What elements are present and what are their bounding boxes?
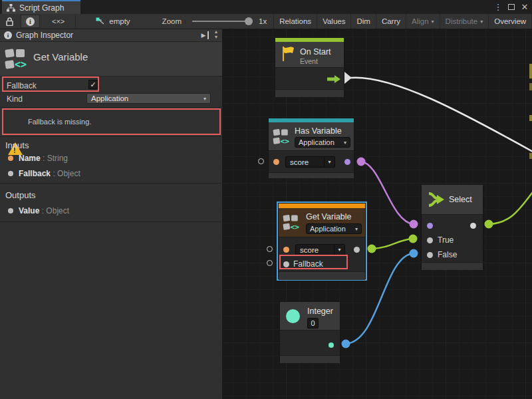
distribute-button[interactable]: Distribute▾ [440,14,489,29]
wires-layer [223,29,532,399]
graph-icon [7,4,15,12]
wire-dot [410,249,418,258]
kind-dropdown[interactable]: Application▾ [295,137,350,148]
node-footer [279,271,365,280]
info-icon: i [4,31,12,39]
carry-button[interactable]: Carry [376,14,406,29]
close-button[interactable]: ✕ [519,0,531,14]
spinner-arrows[interactable]: ▲▼ [211,29,221,40]
node-title: Integer [307,307,333,316]
fallback-label: Fallback [7,81,37,90]
unit-title: Get Variable [33,51,88,63]
flag-icon [281,46,296,62]
string-port-dot [8,156,13,161]
toolbar: i <×> empty Zoom 1x Relations Values Dim… [0,14,532,29]
node-subtitle: Event [300,57,318,65]
offscreen-node-sliver [529,83,532,90]
kind-label: Kind [7,94,23,104]
graph-inspector-panel: i Graph Inspector ▶ ▲▼ <> Get Variable F… [0,29,223,399]
relations-button[interactable]: Relations [274,14,317,29]
value-output-port[interactable] [354,247,360,253]
zoom-slider[interactable] [187,14,255,29]
unit-info-block: <> Get Variable [0,42,222,76]
wire-dot [342,340,350,348]
node-body: True False [422,214,483,262]
fallback-input-port[interactable] [283,261,289,267]
chevron-down-icon: ▾ [344,140,346,146]
overview-button[interactable]: Overview [489,14,532,29]
kind-dropdown[interactable]: Application ▾ [86,93,211,104]
lock-icon [6,17,13,26]
dock-icon[interactable]: ▶ [200,31,209,39]
object-port-dot [8,208,13,213]
object-port-dot [8,171,13,176]
flow-output-port[interactable] [327,75,340,83]
node-body [280,330,340,355]
outputs-header: Outputs [5,190,36,200]
node-select[interactable]: Select True False [421,184,483,269]
bool-output-port[interactable] [344,159,350,165]
node-header: <> Get Variable Application▾ [279,208,365,237]
window-menu-button[interactable]: ⋮ [492,0,504,14]
values-button[interactable]: Values [317,14,351,29]
graph-canvas[interactable]: On Start Event <> Has Var [223,29,532,399]
variable-name-dropdown[interactable]: score ▾ [295,244,345,255]
orange-color-strip [279,203,365,208]
wire-purple[interactable] [361,162,414,224]
name-input-port[interactable] [283,247,289,253]
input-row-name: Name : String [8,154,68,163]
integer-output-port[interactable] [329,342,334,348]
zoom-label: Zoom [137,14,187,29]
dim-button[interactable]: Dim [351,14,376,29]
node-title: Select [449,195,472,204]
tab-script-graph[interactable]: Script Graph [2,0,80,14]
tab-title: Script Graph [19,3,64,13]
node-title: Get Variable [306,212,352,221]
node-get-variable[interactable]: <> Get Variable Application▾ score ▾ Fal… [278,203,366,279]
wire-dot [410,220,418,229]
offscreen-node-sliver [529,64,532,78]
node-has-variable[interactable]: <> Has Variable Application▾ score ▾ [268,118,354,178]
kind-dropdown[interactable]: Application▾ [306,223,362,234]
true-input-port[interactable] [427,237,433,243]
maximize-icon [508,4,515,10]
unconnected-port-indicator[interactable] [267,246,273,252]
node-header: <> Has Variable Application▾ [269,122,354,150]
variable-icon: <> [283,214,301,231]
code-icon: <×> [52,17,65,25]
inspector-toggle-button[interactable]: i [21,15,40,28]
variable-icon: <> [273,128,291,146]
lock-button[interactable] [0,14,19,29]
wire-green-true[interactable] [372,239,413,249]
warning-text: Fallback is missing. [28,118,91,126]
maximize-button[interactable] [505,0,517,14]
node-integer[interactable]: Integer 0 [279,301,340,362]
zoom-slider-track[interactable] [192,21,249,22]
fallback-checkbox[interactable]: ✓ [88,80,98,89]
wire-green-output[interactable] [489,192,532,224]
false-port-label: False [438,250,457,259]
name-input-port[interactable] [273,159,279,165]
node-title: Has Variable [295,126,342,136]
variable-icon: <> [5,48,28,70]
inspector-title: Graph Inspector [16,31,73,40]
input-row-fallback: Fallback : Object [8,169,80,178]
unconnected-port-indicator[interactable] [267,260,273,266]
condition-input-port[interactable] [427,223,433,229]
code-view-button[interactable]: <×> [41,14,76,29]
breadcrumb[interactable]: empty [76,14,136,29]
selection-output-port[interactable] [470,223,476,229]
wire-white[interactable] [350,78,532,152]
zoom-slider-handle[interactable] [245,17,253,25]
unconnected-port-indicator[interactable] [258,158,264,164]
warning-exclamation: ! [13,146,16,154]
variable-name-dropdown[interactable]: score ▾ [285,156,335,168]
node-body: score ▾ [269,150,354,172]
align-button[interactable]: Align▾ [406,14,440,29]
false-input-port[interactable] [427,252,433,258]
offscreen-node-sliver [529,153,532,159]
wire-dot [409,235,418,243]
integer-value-field[interactable]: 0 [307,318,319,329]
node-on-start[interactable]: On Start Event [275,37,344,96]
offscreen-node-sliver [529,115,532,121]
